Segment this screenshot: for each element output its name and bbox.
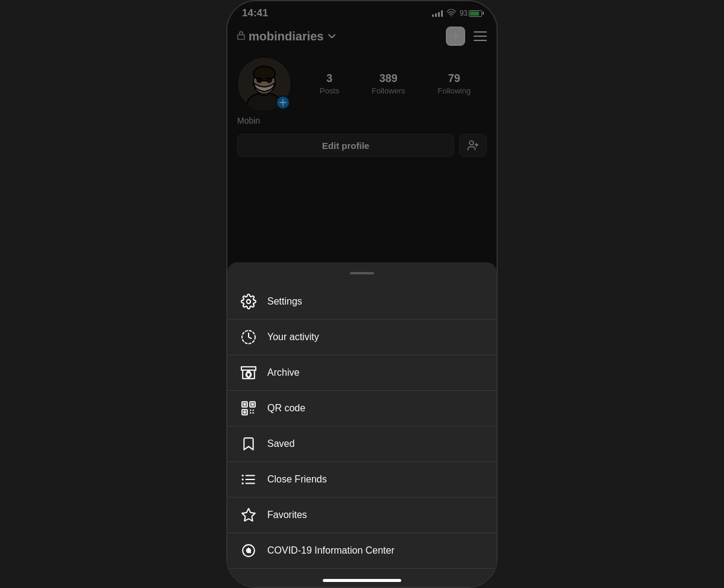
svg-rect-18 [243,411,246,413]
your-activity-label: Your activity [267,332,319,343]
close-friends-icon [240,470,258,488]
settings-label: Settings [267,296,302,307]
close-friends-label: Close Friends [267,474,327,485]
archive-label: Archive [267,367,299,378]
svg-point-22 [242,475,244,476]
menu-item-covid[interactable]: COVID-19 Information Center [227,533,497,569]
svg-point-27 [247,549,250,552]
favorites-label: Favorites [267,510,307,520]
menu-item-settings[interactable]: Settings [227,284,497,320]
saved-label: Saved [267,438,294,449]
home-indicator [323,579,401,582]
qr-code-icon [240,399,258,417]
menu-handle [350,272,374,274]
menu-item-close-friends[interactable]: Close Friends [227,462,497,498]
saved-icon [240,435,258,453]
favorites-icon [240,506,258,524]
covid-icon [240,542,258,560]
archive-icon [240,364,258,382]
qr-code-label: QR code [267,403,305,414]
menu-item-your-activity[interactable]: Your activity [227,320,497,355]
settings-icon [240,292,258,311]
svg-rect-16 [243,403,246,405]
menu-item-favorites[interactable]: Favorites [227,498,497,533]
svg-marker-25 [242,508,255,521]
menu-item-saved[interactable]: Saved [227,426,497,462]
menu-item-qr-code[interactable]: QR code [227,391,497,426]
activity-icon [240,328,258,346]
menu-sheet: Settings Your activity [227,262,497,587]
svg-point-24 [242,482,244,484]
svg-rect-17 [251,403,253,405]
svg-point-23 [242,478,244,480]
svg-point-10 [247,300,251,304]
menu-item-archive[interactable]: Archive [227,355,497,391]
covid-label: COVID-19 Information Center [267,545,395,556]
phone-wrapper: 14:41 93 [226,0,498,588]
phone-screen: 14:41 93 [227,1,497,587]
